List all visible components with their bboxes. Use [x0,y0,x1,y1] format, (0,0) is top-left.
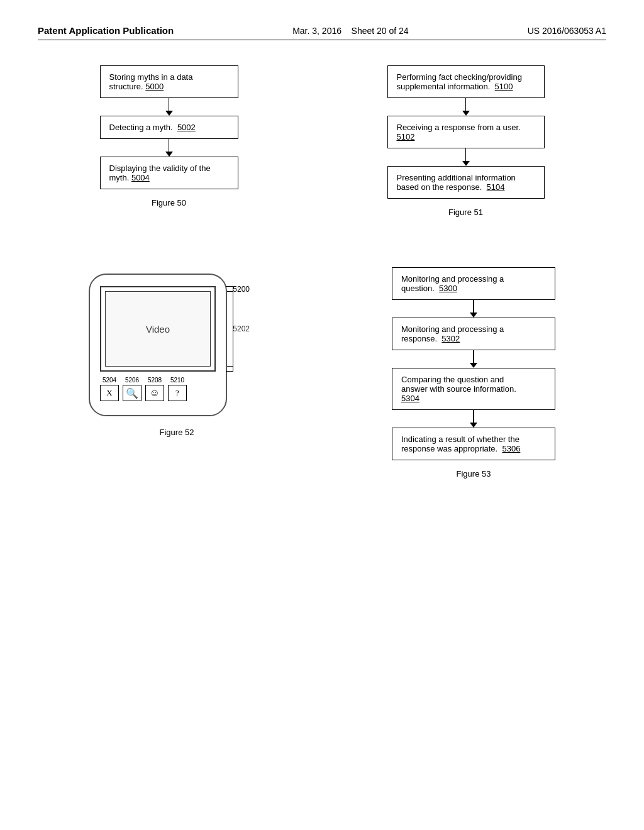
fig50-label: Figure 50 [100,198,238,208]
arrow-5100-5102 [462,98,470,116]
label-5202: 5202 [233,324,250,333]
flow-box-5100: Performing fact checking/providingsupple… [387,65,545,98]
control-smiley-button[interactable]: ☺ [145,385,164,401]
flow-box-5002: Detecting a myth. 5002 [100,116,238,139]
patent-number: US 2016/063053 A1 [528,26,606,36]
fig52-label: Figure 52 [160,428,194,437]
figure-50: Storing myths in a data structure. 5000 … [100,65,238,208]
figure-52: 5200 5202 Video 5204 [89,274,265,437]
flow-box-5306: Indicating a result of whether therespon… [392,428,555,460]
screen-outer: 5200 5202 Video [100,286,216,372]
fig50-flow: Storing myths in a data structure. 5000 … [100,65,238,189]
arrow-5102-5104 [462,148,470,166]
arrow-5304-5306 [470,410,477,428]
flow-box-5302: Monitoring and processing aresponse. 530… [392,318,555,350]
flow-box-5000: Storing myths in a data structure. 5000 [100,65,238,98]
second-figures-row: 5200 5202 Video 5204 [38,267,606,479]
fig51-label: Figure 51 [387,208,545,217]
flow-box-5304: Comparing the question andanswer with so… [392,368,555,410]
controls-area: 5204 5206 5208 5210 X 🔍 ☺ ? [100,377,216,401]
video-screen: 5202 Video [105,291,211,367]
flow-box-5104: Presenting additional informationbased o… [387,166,545,199]
device-mockup: 5200 5202 Video 5204 [89,274,227,416]
control-buttons: X 🔍 ☺ ? [100,385,216,401]
control-question-button[interactable]: ? [168,385,187,401]
control-id-labels: 5204 5206 5208 5210 [100,377,216,384]
control-search-button[interactable]: 🔍 [123,385,142,401]
fig53-label: Figure 53 [392,469,555,479]
arrow-5302-5304 [470,350,477,368]
arrow-5300-5302 [470,300,477,318]
page: Patent Application Publication Mar. 3, 2… [0,0,644,830]
main-content: Storing myths in a data structure. 5000 … [38,65,606,479]
label-5200: 5200 [233,285,250,294]
video-label: Video [146,324,170,335]
publication-label: Patent Application Publication [38,25,174,36]
date-sheet: Mar. 3, 2016 Sheet 20 of 24 [292,26,408,36]
flow-box-5004: Displaying the validity of the myth. 500… [100,157,238,189]
page-header: Patent Application Publication Mar. 3, 2… [38,25,606,40]
fig51-flow: Performing fact checking/providingsupple… [387,65,545,199]
flow-box-5300: Monitoring and processing aquestion. 530… [392,267,555,300]
control-x-button[interactable]: X [100,385,119,401]
arrow-5002-5004 [165,139,173,157]
arrow-5000-5002 [165,98,173,116]
figure-51: Performing fact checking/providingsupple… [387,65,545,217]
figure-53: Monitoring and processing aquestion. 530… [392,267,555,479]
fig53-flow: Monitoring and processing aquestion. 530… [392,267,555,460]
first-figures-row: Storing myths in a data structure. 5000 … [38,65,606,217]
flow-box-5102: Receiving a response from a user.5102 [387,116,545,148]
